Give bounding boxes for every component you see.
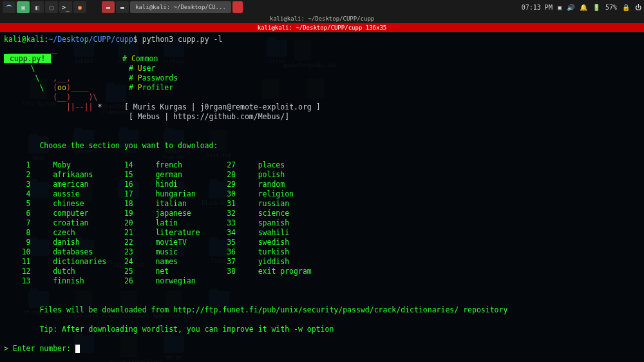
kali-menu-icon[interactable] (3, 1, 15, 13)
credit-1: [ Muris Kurgas | j0rgan@remote-exploit.o… (124, 102, 321, 111)
banner-line-0: # Common (122, 54, 158, 63)
footer-2: Tip: After downloading wordlist, you can… (39, 325, 334, 334)
ascii-art: ,__, (48, 73, 71, 82)
download-options: 1 Moby 14 french 27 places 2 afrikaans 1… (4, 160, 312, 285)
credit-2: [ Mebus | https://github.com/Mebus/] (129, 112, 289, 121)
power-icon[interactable]: ⏻ (635, 4, 641, 11)
clock: 07:13 PM (522, 4, 553, 11)
prompt-path: ~/Desktop/CUPP/cupp (48, 35, 133, 44)
command-text: python3 cupp.py -l (142, 35, 223, 44)
volume-icon[interactable]: 🔊 (567, 4, 574, 11)
window-title-outer: kali@kali: ~/Desktop/CUPP/cupp (0, 14, 644, 23)
desktop-switcher-1[interactable]: ▬ (102, 1, 115, 13)
window-title-inner[interactable]: kali@kali: ~/Desktop/CUPP/cupp 136x35 (0, 23, 644, 32)
cursor (75, 345, 80, 353)
workspace-2-icon[interactable]: ◧ (31, 1, 44, 13)
footer-1: Files will be downloaded from http://ftp… (39, 305, 507, 314)
browser-icon[interactable]: ● (73, 1, 86, 13)
screenshot-icon[interactable]: ▣ (558, 4, 562, 11)
terminal[interactable]: kali@kali:~/Desktop/CUPP/cupp$ python3 c… (0, 32, 644, 362)
files-icon[interactable]: ▢ (45, 1, 58, 13)
battery-icon: 🔋 (592, 4, 600, 11)
desktop-switcher-2[interactable]: ▬ (116, 1, 129, 13)
window-title-inner-text: kali@kali: ~/Desktop/CUPP/cupp 136x35 (258, 24, 386, 31)
input-prompt: > Enter number: (4, 344, 75, 353)
window-title-text: kali@kali: ~/Desktop/CUPP/cupp (270, 15, 375, 22)
workspace-1-icon[interactable]: ▣ (17, 1, 30, 13)
prompt-user: kali (4, 35, 22, 44)
task-terminal[interactable]: kali@kali: ~/Desktop/CU... (130, 1, 231, 13)
notifications-icon[interactable]: 🔔 (580, 4, 587, 11)
prompt-host: kali (26, 35, 44, 44)
taskbar: ▣ ◧ ▢ >_ ● ▬ ▬ kali@kali: ~/Desktop/CU..… (0, 0, 644, 14)
cupp-title: cupp.py! (4, 54, 51, 63)
section-header: Choose the section you want to download: (39, 141, 218, 150)
lock-icon[interactable]: 🔒 (622, 4, 630, 11)
banner-line-3: # Profiler (129, 83, 173, 92)
banner-line-2: # Passwords (129, 73, 178, 82)
battery-pct: 57% (605, 4, 617, 11)
task-label: kali@kali: ~/Desktop/CU... (135, 4, 226, 10)
task-indicator-icon[interactable] (232, 1, 243, 13)
banner-line-1: # User (129, 64, 156, 73)
terminal-icon[interactable]: >_ (59, 1, 72, 13)
